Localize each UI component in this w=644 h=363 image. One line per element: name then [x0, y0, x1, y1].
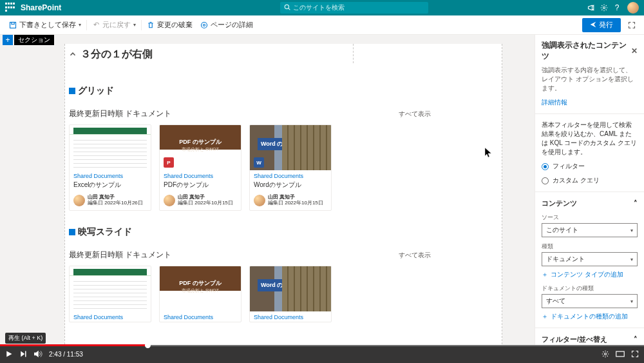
canvas-wrap: + セクション ３分の１が右側 グリッド 最終更新日時順 ドキュメント すべて表… [0, 35, 535, 345]
thumbnail-title: PDF のサンプル [160, 138, 241, 146]
publish-button[interactable]: 発行 [582, 18, 621, 32]
word-icon: W [254, 157, 264, 168]
megaphone-icon[interactable] [585, 1, 598, 14]
help-icon[interactable]: ? [611, 1, 623, 14]
panel-description: 強調表示する内容を選択して、レイアウト オプションを選択します。 [542, 66, 638, 93]
chevron-down-icon: ▾ [630, 299, 633, 304]
video-seek-track[interactable] [0, 344, 644, 346]
search-icon [284, 4, 290, 12]
see-all-link[interactable]: すべて表示 [399, 110, 431, 119]
see-all-link[interactable]: すべて表示 [399, 251, 431, 260]
accordion-filtersort-label: フィルター/並べ替え [542, 335, 607, 344]
svg-rect-3 [10, 22, 16, 28]
next-button[interactable] [19, 350, 27, 358]
thumbnail-subtitle: 市場分析と SWOT [160, 146, 241, 153]
close-icon[interactable]: ✕ [631, 46, 638, 55]
select-type[interactable]: ドキュメント ▾ [542, 252, 638, 266]
edit-date: 編集日 2022年10月15日 [178, 201, 233, 206]
add-section-button[interactable]: + [3, 35, 13, 45]
save-draft-label: 下書きとして保存 [19, 20, 76, 30]
svg-line-1 [289, 8, 290, 10]
trash-icon [147, 21, 155, 29]
card-thumbnail: Word のサンプル W [250, 125, 331, 170]
page-details-button[interactable]: ページの詳細 [196, 17, 257, 33]
excel-icon: X [73, 299, 84, 309]
add-doctype-link[interactable]: ＋ ドキュメントの種類の追加 [542, 312, 638, 321]
suite-header: SharePoint このサイトを検索 ? [0, 0, 644, 15]
theater-mode-icon[interactable] [616, 351, 625, 357]
chevron-down-icon: ▾ [79, 22, 81, 28]
radio-custom-query[interactable]: カスタム クエリ [542, 176, 638, 185]
property-panel: 強調表示されたコンテンツ ✕ 強調表示する内容を選択して、レイアウト オプション… [535, 35, 644, 345]
card-row: X Shared Documents Excelのサンプル 山田 真知子 編集日… [69, 124, 502, 211]
card-library: Shared Documents [160, 311, 241, 322]
document-card[interactable]: X Shared Documents [69, 266, 151, 322]
card-title: Excelのサンプル [70, 181, 151, 193]
card-thumbnail: X [70, 266, 151, 311]
chevron-down-icon: ▾ [630, 257, 633, 262]
svg-point-0 [285, 5, 289, 8]
svg-point-5 [204, 24, 205, 26]
plus-icon: ＋ [542, 270, 548, 279]
panel-title: 強調表示されたコンテンツ [542, 40, 631, 62]
radio-filter-label: フィルター [553, 162, 585, 171]
heading-slide: 映写スライド [69, 211, 502, 240]
section-tag: セクション [14, 35, 54, 45]
plus-icon: ＋ [542, 312, 548, 321]
card-library: Shared Documents [250, 170, 331, 181]
gear-icon [200, 21, 208, 29]
volume-button[interactable] [33, 350, 43, 358]
undo-icon: ↶ [92, 21, 100, 29]
thumbnail-subtitle: 市場分析と SWOT [160, 288, 241, 294]
radio-filter[interactable]: フィルター [542, 162, 638, 171]
app-launcher-icon[interactable] [5, 3, 15, 13]
chevron-down-icon: ▾ [133, 22, 136, 28]
select-doctype-value: すべて [546, 297, 565, 306]
svg-point-2 [603, 7, 605, 9]
select-source[interactable]: このサイト ▾ [542, 223, 638, 237]
svg-rect-8 [616, 351, 624, 357]
page-canvas: ３分の１が右側 グリッド 最終更新日時順 ドキュメント すべて表示 X [64, 44, 502, 345]
document-card[interactable]: PDF のサンプル 市場分析と SWOT Shared Documents [159, 266, 242, 322]
accordion-content[interactable]: コンテンツ ˄ [542, 199, 638, 208]
undo-button[interactable]: ↶ 元に戻す ▾ [88, 17, 140, 33]
document-card[interactable]: Word のサンプル W Shared Documents Wordのサンプル … [249, 124, 332, 211]
card-thumbnail: PDF のサンプル 市場分析と SWOT P [160, 125, 241, 170]
radio-icon [542, 177, 549, 184]
radio-icon [542, 163, 549, 170]
play-button[interactable] [5, 350, 13, 358]
edit-date: 編集日 2022年10月15日 [268, 201, 323, 206]
section-title: ３分の１が右側 [80, 48, 153, 61]
excel-icon: X [73, 157, 84, 168]
settings-icon[interactable] [601, 350, 609, 358]
detail-info-link[interactable]: 詳細情報 [542, 98, 638, 107]
document-card[interactable]: Word のサンプル Shared Documents [249, 266, 332, 322]
svg-point-7 [605, 353, 607, 355]
document-card[interactable]: X Shared Documents Excelのサンプル 山田 真知子 編集日… [69, 124, 151, 211]
play-tooltip: 再生 (Alt + K) [5, 333, 46, 344]
user-avatar[interactable] [627, 2, 639, 14]
settings-icon[interactable] [598, 1, 611, 14]
fullscreen-icon[interactable] [625, 18, 639, 32]
add-content-type-link[interactable]: ＋ コンテンツ タイプの追加 [542, 270, 638, 279]
collapse-section-icon[interactable] [65, 46, 80, 62]
select-doctype[interactable]: すべて ▾ [542, 294, 638, 308]
label-doctype: ドキュメントの種類 [542, 284, 638, 293]
svg-rect-4 [12, 22, 15, 24]
discard-button[interactable]: 変更の破棄 [143, 17, 196, 33]
filter-hint: 基本フィルターを使用して検索結果を絞り込むか、CAML または KQL コードの… [542, 121, 638, 157]
author-avatar [254, 195, 265, 206]
fullscreen-icon[interactable] [631, 350, 639, 358]
save-draft-button[interactable]: 下書きとして保存 ▾ [5, 17, 85, 33]
thumbnail-title: PDF のサンプル [160, 279, 241, 288]
thumbnail-title: Word のサンプル [258, 279, 309, 291]
square-bullet-icon [69, 88, 75, 94]
card-library: Shared Documents [70, 311, 151, 322]
select-source-value: このサイト [546, 226, 578, 235]
save-icon [9, 21, 17, 29]
edit-date: 編集日 2022年10月26日 [88, 201, 143, 206]
document-card[interactable]: PDF のサンプル 市場分析と SWOT P Shared Documents … [159, 124, 242, 211]
search-box[interactable]: このサイトを検索 [280, 2, 428, 14]
accordion-filtersort[interactable]: フィルター/並べ替え ˄ [542, 335, 638, 344]
main-area: + セクション ３分の１が右側 グリッド 最終更新日時順 ドキュメント すべて表… [0, 35, 644, 345]
